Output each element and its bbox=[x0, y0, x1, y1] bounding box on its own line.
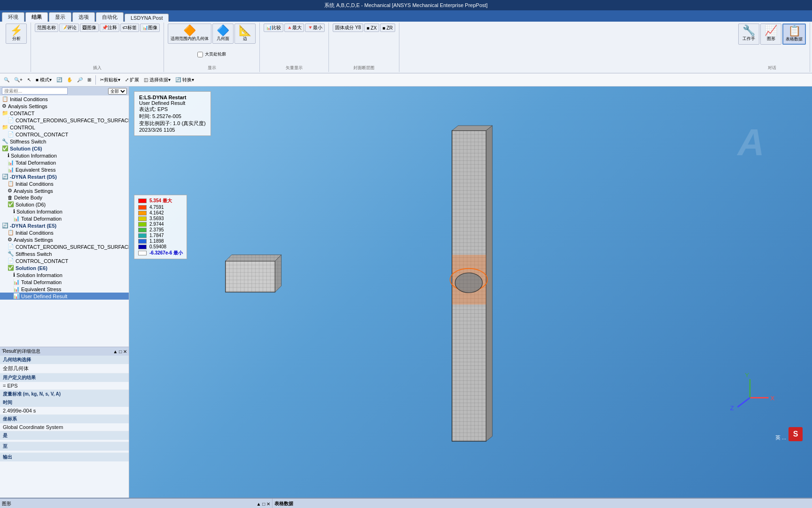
tree-icon-0: 📋 bbox=[2, 96, 8, 102]
svg-point-15 bbox=[455, 273, 482, 293]
ribbon-tools-btn[interactable]: 🔧 工作手 bbox=[738, 24, 759, 45]
separator bbox=[95, 75, 96, 85]
ribbon-group-tools: 🔧 工作手 📈 图形 📋 表格数据 对话 bbox=[734, 23, 810, 72]
tree-item-25[interactable]: ℹSolution Information bbox=[0, 271, 129, 278]
tab-display[interactable]: 显示 bbox=[49, 12, 71, 22]
select-group-btn[interactable]: ◫ 选择依据▾ bbox=[142, 76, 172, 84]
tree-item-24[interactable]: ✅Solution (E6) bbox=[0, 264, 129, 271]
tree-item-8[interactable]: ℹSolution Information bbox=[0, 152, 129, 159]
tree-item-3[interactable]: 📄CONTACT_ERODING_SURFACE_TO_SURFACE bbox=[0, 117, 129, 124]
tree-label-16: Solution Information bbox=[16, 209, 62, 214]
tree-item-4[interactable]: 📁CONTROL bbox=[0, 124, 129, 131]
ribbon-compare-label: 矢量显示 bbox=[286, 65, 303, 71]
tree-item-15[interactable]: ✅Solution (D6) bbox=[0, 201, 129, 208]
ribbon-figure-btn[interactable]: 📊图像 bbox=[140, 24, 160, 32]
ribbon-geo-face-btn[interactable]: 🔷 几何面 bbox=[212, 24, 234, 44]
tree-icon-27: 📊 bbox=[13, 286, 20, 292]
tree-header: 全部 bbox=[0, 87, 129, 95]
ribbon-display-btn[interactable]: ■ ZR bbox=[380, 24, 395, 32]
tree-item-7[interactable]: ✅Solution (C6) bbox=[0, 145, 129, 152]
ribbon-min-btn[interactable]: 🔻最小 bbox=[305, 24, 325, 32]
ribbon-tools-label: 对话 bbox=[768, 65, 776, 71]
tree-icon-6: 🔧 bbox=[2, 138, 8, 144]
tree-label-12: Initial Conditions bbox=[16, 181, 54, 187]
zoom-reset-btn[interactable]: 🔍 bbox=[2, 76, 11, 83]
blade-model bbox=[450, 126, 492, 441]
tree-item-6[interactable]: 🔧Stiffness Switch bbox=[0, 138, 129, 145]
tree-item-9[interactable]: 📊Total Deformation bbox=[0, 159, 129, 166]
ribbon-body-contour-btn[interactable]: 固体成分 Y8 bbox=[333, 24, 363, 32]
tree-item-11[interactable]: 🔄-DYNA Restart (D5) bbox=[0, 173, 129, 180]
chart-icon: 📈 bbox=[765, 25, 777, 36]
tree-item-13[interactable]: ⚙Analysis Settings bbox=[0, 187, 129, 194]
ribbon-table-btn[interactable]: 📋 表格数据 bbox=[782, 24, 806, 45]
tree-label-0: Initial Conditions bbox=[10, 96, 48, 102]
ribbon-max-btn[interactable]: 🔺最大 bbox=[284, 24, 304, 32]
fit-btn[interactable]: ⊞ bbox=[86, 76, 93, 83]
pan-btn[interactable]: ✋ bbox=[65, 76, 74, 83]
max-scale-checkbox[interactable] bbox=[197, 52, 203, 57]
rotate-btn[interactable]: 🔄 bbox=[55, 76, 64, 83]
tree-item-5[interactable]: 📄CONTROL_CONTACT bbox=[0, 131, 129, 138]
tree-item-27[interactable]: 📊Equivalent Stress bbox=[0, 286, 129, 293]
expand-btn[interactable]: ⤢ 扩展 bbox=[123, 76, 141, 84]
ribbon-geo-body-btn[interactable]: 🔶 适用范围内的几何体 bbox=[168, 24, 211, 44]
tree-item-14[interactable]: 🗑Delete Body bbox=[0, 194, 129, 201]
section-time: 时间 bbox=[0, 398, 129, 407]
tree-panel: 全部 📋Initial Conditions⚙Analysis Settings… bbox=[0, 87, 129, 347]
tab-results[interactable]: 结果 bbox=[25, 12, 48, 22]
ribbon-geo-edge-btn[interactable]: 📐 边 bbox=[234, 24, 256, 44]
tree-item-1[interactable]: ⚙Analysis Settings bbox=[0, 103, 129, 110]
ribbon-note-btn[interactable]: 📌注释 bbox=[100, 24, 119, 32]
ribbon-label-btn[interactable]: 🏷标签 bbox=[120, 24, 139, 32]
tree-item-22[interactable]: 🔧Stiffness Switch bbox=[0, 250, 129, 257]
tree-label-22: Stiffness Switch bbox=[16, 251, 52, 257]
title-bar: 系统 A,B,C,D,E - Mechanical [ANSYS Mechani… bbox=[0, 0, 812, 10]
chart-controls: ▲ □ ✕ bbox=[257, 501, 271, 507]
zoom-btn[interactable]: 🔎 bbox=[75, 76, 85, 83]
svg-text:Y: Y bbox=[745, 372, 749, 379]
tab-automation[interactable]: 自动化 bbox=[96, 12, 124, 22]
ribbon-image-btn[interactable]: 🖼图像 bbox=[80, 24, 99, 32]
svg-marker-5 bbox=[226, 255, 281, 261]
bottom-area: 图形 ▲ □ ✕ ▶ ⏸ ■ ⏮ ⏭ 4 Sec 2 Sec 🔍 🔍 📤 📷 🔒… bbox=[0, 498, 812, 508]
tab-environment[interactable]: 环境 bbox=[2, 12, 24, 22]
tree-item-21[interactable]: 📄CONTACT_ERODING_SURFACE_TO_SURFACE bbox=[0, 243, 129, 250]
ribbon-contour-label: 封面断层图 bbox=[353, 65, 375, 71]
tree-label-19: Initial Conditions bbox=[16, 230, 54, 236]
ribbon-solve-btn[interactable]: ⚡ 分析 bbox=[6, 24, 27, 44]
tree-icon-26: 📊 bbox=[13, 279, 20, 285]
section-yes: 是 bbox=[0, 431, 129, 440]
cut-btn[interactable]: ✂剪贴板▾ bbox=[98, 76, 122, 84]
ribbon-scope-btn[interactable]: 范围名称 bbox=[35, 24, 58, 32]
tree-item-16[interactable]: ℹSolution Information bbox=[0, 208, 129, 215]
tree-label-13: Analysis Settings bbox=[14, 188, 53, 194]
tree-item-19[interactable]: 📋Initial Conditions bbox=[0, 229, 129, 236]
ribbon-zx-btn[interactable]: ■ ZX bbox=[364, 24, 379, 32]
ribbon-chart-btn[interactable]: 📈 图形 bbox=[760, 24, 781, 45]
tree-item-0[interactable]: 📋Initial Conditions bbox=[0, 95, 129, 103]
detail-title: 'Result'的详细信息 bbox=[2, 348, 40, 355]
tree-item-26[interactable]: 📊Total Deformation bbox=[0, 278, 129, 286]
ribbon-comment-btn[interactable]: 📝评论 bbox=[59, 24, 79, 32]
ribbon-group-geometry: 🔶 适用范围内的几何体 🔷 几何面 📐 边 大页处轮廓 显示 bbox=[164, 23, 260, 72]
tree-item-18[interactable]: 🔄-DYNA Restart (E5) bbox=[0, 222, 129, 229]
tree-item-23[interactable]: 📄CONTROL_CONTACT bbox=[0, 257, 129, 264]
tree-label-23: CONTROL_CONTACT bbox=[16, 258, 68, 264]
tree-item-10[interactable]: 📊Equivalent Stress bbox=[0, 166, 129, 173]
zoom-in-btn[interactable]: 🔍+ bbox=[12, 76, 24, 83]
tree-item-28[interactable]: 📊User Defined Result bbox=[0, 293, 129, 300]
tree-search-input[interactable] bbox=[2, 87, 68, 95]
tree-item-17[interactable]: 📊Total Deformation bbox=[0, 215, 129, 222]
tree-item-2[interactable]: 📁CONTACT bbox=[0, 110, 129, 117]
transform-btn[interactable]: 🔄 转换▾ bbox=[173, 76, 196, 84]
mode-btn[interactable]: ■ 模式▾ bbox=[34, 76, 54, 84]
tab-options[interactable]: 选项 bbox=[72, 12, 95, 22]
select-mode-btn[interactable]: ↖ bbox=[25, 76, 33, 83]
tree-item-20[interactable]: ⚙Analysis Settings bbox=[0, 236, 129, 243]
tree-filter-select[interactable]: 全部 bbox=[108, 88, 127, 95]
tree-icon-9: 📊 bbox=[8, 159, 14, 166]
ribbon-compare-btn[interactable]: 📊比较 bbox=[264, 24, 283, 32]
tab-lsdyna[interactable]: LSDYNA Post bbox=[125, 14, 169, 22]
tree-item-12[interactable]: 📋Initial Conditions bbox=[0, 180, 129, 187]
